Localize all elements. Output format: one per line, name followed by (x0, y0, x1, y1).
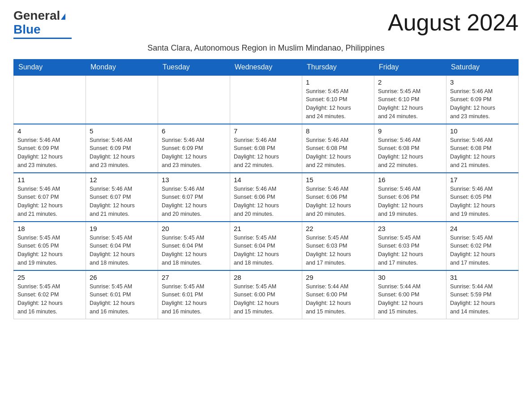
calendar-cell: 8Sunrise: 5:46 AM Sunset: 6:08 PM Daylig… (302, 124, 374, 173)
day-number: 17 (450, 176, 515, 184)
day-number: 14 (234, 176, 298, 184)
day-header-thursday: Thursday (302, 59, 374, 75)
day-info: Sunrise: 5:45 AM Sunset: 6:00 PM Dayligh… (234, 283, 298, 316)
header: General Blue August 2024 (13, 9, 519, 39)
day-info: Sunrise: 5:46 AM Sunset: 6:07 PM Dayligh… (90, 185, 154, 218)
day-number: 12 (90, 176, 154, 184)
calendar-cell: 31Sunrise: 5:44 AM Sunset: 5:59 PM Dayli… (446, 270, 519, 319)
day-number: 3 (450, 78, 515, 86)
calendar-cell: 22Sunrise: 5:45 AM Sunset: 6:03 PM Dayli… (302, 222, 374, 270)
calendar-cell (230, 75, 302, 124)
day-number: 4 (17, 127, 82, 135)
day-info: Sunrise: 5:44 AM Sunset: 6:00 PM Dayligh… (306, 283, 370, 316)
day-info: Sunrise: 5:46 AM Sunset: 6:08 PM Dayligh… (234, 136, 298, 170)
day-number: 29 (306, 274, 370, 281)
day-number: 11 (17, 176, 82, 184)
calendar-cell: 21Sunrise: 5:45 AM Sunset: 6:04 PM Dayli… (230, 222, 302, 270)
day-number: 16 (378, 176, 442, 184)
day-info: Sunrise: 5:44 AM Sunset: 5:59 PM Dayligh… (450, 283, 515, 316)
day-info: Sunrise: 5:45 AM Sunset: 6:04 PM Dayligh… (234, 234, 298, 267)
day-info: Sunrise: 5:46 AM Sunset: 6:08 PM Dayligh… (378, 136, 442, 170)
subtitle: Santa Clara, Autonomous Region in Muslim… (13, 43, 519, 53)
day-number: 13 (162, 176, 226, 184)
day-number: 7 (234, 127, 298, 135)
day-header-wednesday: Wednesday (230, 59, 302, 75)
calendar-cell: 19Sunrise: 5:45 AM Sunset: 6:04 PM Dayli… (86, 222, 158, 270)
logo-triangle-icon (61, 13, 65, 20)
logo-blue: Blue (13, 22, 41, 36)
calendar-cell: 18Sunrise: 5:45 AM Sunset: 6:05 PM Dayli… (14, 222, 86, 270)
day-info: Sunrise: 5:45 AM Sunset: 6:01 PM Dayligh… (162, 283, 226, 316)
calendar-cell: 29Sunrise: 5:44 AM Sunset: 6:00 PM Dayli… (302, 270, 374, 319)
calendar-cell: 24Sunrise: 5:45 AM Sunset: 6:02 PM Dayli… (446, 222, 519, 270)
calendar-cell: 23Sunrise: 5:45 AM Sunset: 6:03 PM Dayli… (374, 222, 446, 270)
calendar-cell: 5Sunrise: 5:46 AM Sunset: 6:09 PM Daylig… (86, 124, 158, 173)
week-row-2: 4Sunrise: 5:46 AM Sunset: 6:09 PM Daylig… (14, 124, 519, 173)
calendar-cell: 2Sunrise: 5:45 AM Sunset: 6:10 PM Daylig… (374, 75, 446, 124)
calendar-cell: 9Sunrise: 5:46 AM Sunset: 6:08 PM Daylig… (374, 124, 446, 173)
calendar-cell: 4Sunrise: 5:46 AM Sunset: 6:09 PM Daylig… (14, 124, 86, 173)
day-number: 23 (378, 225, 442, 232)
day-info: Sunrise: 5:46 AM Sunset: 6:07 PM Dayligh… (17, 185, 82, 218)
week-row-4: 18Sunrise: 5:45 AM Sunset: 6:05 PM Dayli… (14, 222, 519, 270)
logo-general: General (13, 9, 60, 22)
day-info: Sunrise: 5:45 AM Sunset: 6:03 PM Dayligh… (378, 234, 442, 267)
day-header-friday: Friday (374, 59, 446, 75)
calendar-cell: 30Sunrise: 5:44 AM Sunset: 6:00 PM Dayli… (374, 270, 446, 319)
day-info: Sunrise: 5:46 AM Sunset: 6:08 PM Dayligh… (450, 136, 515, 170)
day-info: Sunrise: 5:46 AM Sunset: 6:06 PM Dayligh… (234, 185, 298, 218)
logo-text: General Blue (13, 9, 65, 37)
week-row-5: 25Sunrise: 5:45 AM Sunset: 6:02 PM Dayli… (14, 270, 519, 319)
day-info: Sunrise: 5:46 AM Sunset: 6:09 PM Dayligh… (162, 136, 226, 170)
logo-line (13, 38, 72, 39)
day-number: 2 (378, 78, 442, 86)
logo: General Blue (13, 9, 72, 39)
day-number: 30 (378, 274, 442, 281)
days-header-row: SundayMondayTuesdayWednesdayThursdayFrid… (14, 59, 519, 75)
day-number: 27 (162, 274, 226, 281)
day-number: 8 (306, 127, 370, 135)
day-info: Sunrise: 5:44 AM Sunset: 6:00 PM Dayligh… (378, 283, 442, 316)
calendar-cell: 10Sunrise: 5:46 AM Sunset: 6:08 PM Dayli… (446, 124, 519, 173)
calendar-cell: 20Sunrise: 5:45 AM Sunset: 6:04 PM Dayli… (158, 222, 230, 270)
day-info: Sunrise: 5:45 AM Sunset: 6:10 PM Dayligh… (378, 87, 442, 121)
calendar-cell: 7Sunrise: 5:46 AM Sunset: 6:08 PM Daylig… (230, 124, 302, 173)
day-number: 25 (17, 274, 82, 281)
day-number: 18 (17, 225, 82, 232)
calendar-cell: 14Sunrise: 5:46 AM Sunset: 6:06 PM Dayli… (230, 173, 302, 222)
day-info: Sunrise: 5:45 AM Sunset: 6:02 PM Dayligh… (17, 283, 82, 316)
calendar-cell: 27Sunrise: 5:45 AM Sunset: 6:01 PM Dayli… (158, 270, 230, 319)
calendar-cell (86, 75, 158, 124)
day-header-saturday: Saturday (446, 59, 519, 75)
day-info: Sunrise: 5:46 AM Sunset: 6:09 PM Dayligh… (90, 136, 154, 170)
day-info: Sunrise: 5:46 AM Sunset: 6:09 PM Dayligh… (17, 136, 82, 170)
day-number: 9 (378, 127, 442, 135)
day-header-monday: Monday (86, 59, 158, 75)
day-number: 5 (90, 127, 154, 135)
week-row-3: 11Sunrise: 5:46 AM Sunset: 6:07 PM Dayli… (14, 173, 519, 222)
calendar-cell: 1Sunrise: 5:45 AM Sunset: 6:10 PM Daylig… (302, 75, 374, 124)
calendar-cell: 16Sunrise: 5:46 AM Sunset: 6:06 PM Dayli… (374, 173, 446, 222)
day-number: 22 (306, 225, 370, 232)
week-row-1: 1Sunrise: 5:45 AM Sunset: 6:10 PM Daylig… (14, 75, 519, 124)
day-info: Sunrise: 5:46 AM Sunset: 6:09 PM Dayligh… (450, 87, 515, 121)
calendar-cell (158, 75, 230, 124)
day-info: Sunrise: 5:46 AM Sunset: 6:06 PM Dayligh… (306, 185, 370, 218)
calendar-cell: 17Sunrise: 5:46 AM Sunset: 6:05 PM Dayli… (446, 173, 519, 222)
calendar-cell: 28Sunrise: 5:45 AM Sunset: 6:00 PM Dayli… (230, 270, 302, 319)
day-number: 21 (234, 225, 298, 232)
day-info: Sunrise: 5:45 AM Sunset: 6:04 PM Dayligh… (90, 234, 154, 267)
day-info: Sunrise: 5:46 AM Sunset: 6:08 PM Dayligh… (306, 136, 370, 170)
calendar-cell: 26Sunrise: 5:45 AM Sunset: 6:01 PM Dayli… (86, 270, 158, 319)
day-number: 1 (306, 78, 370, 86)
day-number: 15 (306, 176, 370, 184)
day-header-sunday: Sunday (14, 59, 86, 75)
day-info: Sunrise: 5:45 AM Sunset: 6:03 PM Dayligh… (306, 234, 370, 267)
day-number: 28 (234, 274, 298, 281)
calendar: SundayMondayTuesdayWednesdayThursdayFrid… (13, 59, 519, 319)
day-info: Sunrise: 5:46 AM Sunset: 6:05 PM Dayligh… (450, 185, 515, 218)
day-info: Sunrise: 5:45 AM Sunset: 6:05 PM Dayligh… (17, 234, 82, 267)
day-info: Sunrise: 5:46 AM Sunset: 6:06 PM Dayligh… (378, 185, 442, 218)
calendar-cell: 3Sunrise: 5:46 AM Sunset: 6:09 PM Daylig… (446, 75, 519, 124)
day-info: Sunrise: 5:45 AM Sunset: 6:04 PM Dayligh… (162, 234, 226, 267)
